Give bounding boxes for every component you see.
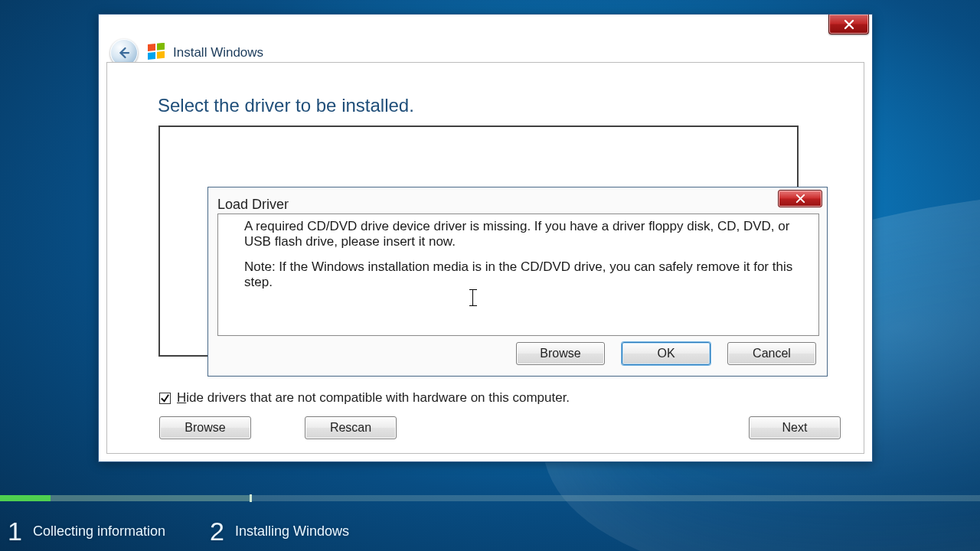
step-1-label: Collecting information [33,523,165,540]
dialog-title: Load Driver [217,197,289,213]
install-progress [0,495,980,501]
rescan-button[interactable]: Rescan [305,416,397,439]
hide-drivers-label: Hide drivers that are not compatible wit… [177,390,570,406]
checkbox-box [159,393,171,404]
step-2-number: 2 [210,517,224,546]
text-caret-icon [472,289,473,306]
page-heading: Select the driver to be installed. [158,95,414,116]
browse-button[interactable]: Browse [159,416,251,439]
dialog-cancel-button[interactable]: Cancel [727,342,816,365]
dialog-paragraph-2: Note: If the Windows installation media … [244,259,795,289]
bottom-button-row: Browse Rescan Next [159,416,841,442]
window-title: Install Windows [173,45,263,60]
titlebar: Install Windows [99,15,872,57]
svg-rect-3 [157,51,165,59]
hide-drivers-checkbox[interactable]: Hide drivers that are not compatible wit… [159,390,570,406]
close-icon [844,19,854,30]
step-1: 1 Collecting information [8,517,165,546]
dialog-paragraph-1: A required CD/DVD drive device driver is… [244,219,795,249]
dialog-body: A required CD/DVD drive device driver is… [217,214,819,336]
checkmark-icon [160,393,170,403]
svg-rect-2 [148,52,155,60]
window-close-button[interactable] [828,15,869,34]
svg-rect-0 [148,44,155,51]
dialog-close-button[interactable] [778,190,822,207]
dialog-browse-button[interactable]: Browse [516,342,605,365]
progress-segment-active [0,495,51,501]
step-2: 2 Installing Windows [210,517,349,546]
install-steps: 1 Collecting information 2 Installing Wi… [8,517,349,546]
dialog-button-row: Browse OK Cancel [516,342,816,365]
back-arrow-icon [117,46,131,60]
load-driver-dialog: Load Driver A required CD/DVD drive devi… [207,187,828,377]
dialog-ok-button[interactable]: OK [622,342,710,365]
step-2-label: Installing Windows [235,523,349,540]
step-1-number: 1 [8,517,22,546]
close-icon [795,194,805,204]
windows-logo-icon [148,43,166,61]
next-button[interactable]: Next [749,416,841,439]
svg-rect-1 [157,43,165,51]
